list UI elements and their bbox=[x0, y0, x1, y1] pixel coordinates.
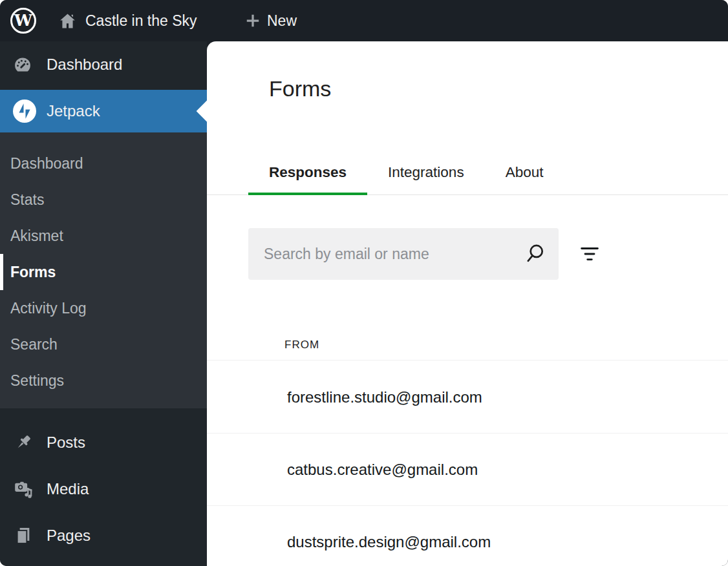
submenu-item-forms-active[interactable]: Forms bbox=[0, 254, 207, 290]
main-menu-lower: Posts Media bbox=[0, 419, 207, 559]
responses-table-header: FROM bbox=[207, 319, 728, 361]
submenu-item-akismet[interactable]: Akismet bbox=[0, 218, 207, 254]
pages-icon bbox=[13, 525, 34, 546]
submenu-item-dashboard[interactable]: Dashboard bbox=[0, 145, 207, 182]
admin-bar: W Castle in the Sky New bbox=[0, 0, 728, 41]
sidebar-item-label: Pages bbox=[47, 527, 91, 545]
submenu-item-settings[interactable]: Settings bbox=[0, 362, 207, 399]
wordpress-menu-button[interactable]: W bbox=[10, 8, 36, 34]
submenu-item-activity-log[interactable]: Activity Log bbox=[0, 290, 207, 326]
pushpin-icon bbox=[13, 432, 34, 453]
wordpress-admin-screen: W Castle in the Sky New bbox=[0, 0, 728, 566]
sidebar-item-pages[interactable]: Pages bbox=[0, 512, 207, 559]
forms-content-panel: Forms Responses Integrations About bbox=[207, 41, 728, 566]
gauge-icon bbox=[13, 55, 32, 74]
response-from-email: catbus.creative@gmail.com bbox=[287, 461, 478, 479]
sidebar-item-label: Dashboard bbox=[47, 56, 122, 74]
plus-icon bbox=[244, 12, 261, 29]
sidebar-item-dashboard[interactable]: Dashboard bbox=[0, 47, 207, 83]
forms-tabs: Responses Integrations About bbox=[207, 152, 728, 195]
table-row[interactable]: forestline.studio@gmail.com bbox=[207, 361, 728, 434]
response-from-email: forestline.studio@gmail.com bbox=[287, 388, 482, 406]
admin-sidebar: Dashboard Jetpack Dashboard Stats Akisme… bbox=[0, 41, 207, 566]
response-from-email: dustsprite.design@gmail.com bbox=[287, 533, 491, 551]
tab-responses[interactable]: Responses bbox=[248, 152, 367, 195]
filter-icon bbox=[580, 244, 599, 266]
submenu-item-search[interactable]: Search bbox=[0, 326, 207, 362]
submenu-item-stats[interactable]: Stats bbox=[0, 182, 207, 218]
responses-table-body: forestline.studio@gmail.com catbus.creat… bbox=[207, 361, 728, 566]
filter-button[interactable] bbox=[574, 239, 605, 270]
new-content-button[interactable]: New bbox=[244, 0, 297, 41]
page-title: Forms bbox=[269, 76, 331, 101]
sidebar-item-posts[interactable]: Posts bbox=[0, 419, 207, 466]
new-label: New bbox=[267, 12, 297, 30]
table-row[interactable]: catbus.creative@gmail.com bbox=[207, 434, 728, 506]
search-icon[interactable] bbox=[522, 242, 547, 266]
column-header-from: FROM bbox=[284, 339, 319, 351]
site-name: Castle in the Sky bbox=[85, 12, 197, 30]
wordpress-logo-icon: W bbox=[10, 8, 36, 34]
sidebar-item-label: Media bbox=[47, 480, 89, 498]
jetpack-submenu: Dashboard Stats Akismet Forms Activity L… bbox=[0, 132, 207, 408]
search-box bbox=[248, 228, 559, 280]
tab-about[interactable]: About bbox=[485, 152, 564, 195]
sidebar-item-media[interactable]: Media bbox=[0, 466, 207, 512]
site-home-link[interactable]: Castle in the Sky bbox=[58, 0, 197, 41]
sidebar-item-jetpack-active[interactable]: Jetpack bbox=[0, 90, 207, 132]
sidebar-item-label: Posts bbox=[47, 434, 85, 452]
jetpack-icon bbox=[13, 100, 36, 123]
search-input[interactable] bbox=[248, 228, 559, 280]
sidebar-item-label: Jetpack bbox=[47, 102, 100, 120]
home-icon bbox=[58, 12, 77, 30]
media-icon bbox=[13, 479, 34, 499]
table-row[interactable]: dustsprite.design@gmail.com bbox=[207, 506, 728, 566]
tab-integrations[interactable]: Integrations bbox=[367, 152, 485, 195]
